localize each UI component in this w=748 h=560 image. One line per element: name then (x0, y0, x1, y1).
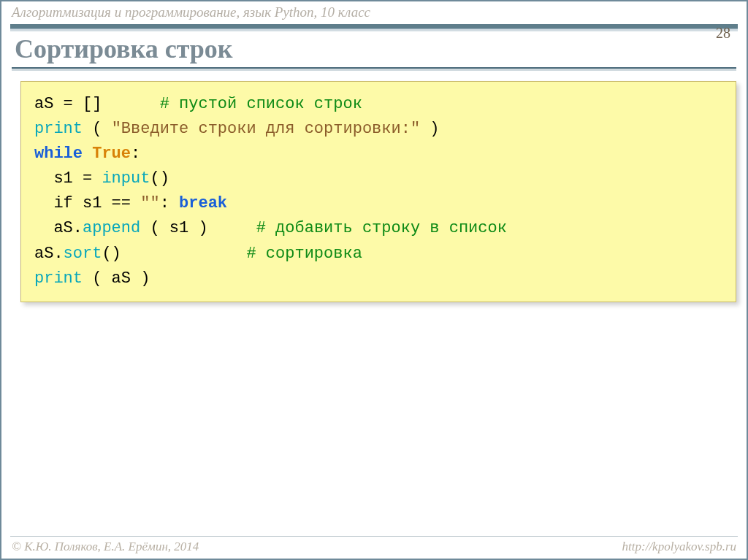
code-keyword: while (34, 145, 83, 163)
code-text: : (160, 194, 179, 212)
code-line: s1 = input() (34, 166, 722, 191)
code-line: print ( aS ) (34, 266, 722, 291)
code-line: while True: (34, 142, 722, 166)
code-line: if s1 == "": break (34, 191, 722, 216)
code-text: ( aS ) (83, 269, 150, 288)
footer: © К.Ю. Поляков, Е.А. Ерёмин, 2014 http:/… (1, 540, 747, 554)
code-line: aS.sort() # сортировка (34, 242, 722, 266)
code-text: aS = [] (34, 95, 102, 113)
code-text: () (102, 245, 121, 263)
code-line: aS = [] # пустой список строк (34, 92, 722, 117)
code-text: ( s1 ) (140, 219, 207, 237)
code-keyword: sort (64, 245, 102, 263)
code-keyword: True (92, 145, 131, 163)
code-text: : (131, 145, 140, 163)
code-text: s1 = (34, 169, 102, 188)
code-keyword: input (102, 169, 150, 188)
code-text: aS. (34, 219, 83, 237)
slide-title: Сортировка строк (1, 29, 747, 66)
code-keyword: append (83, 219, 140, 237)
code-text: aS. (34, 245, 64, 263)
course-header: Алгоритмизация и программирование, язык … (1, 1, 747, 22)
code-string: "" (140, 194, 159, 212)
footer-rule (10, 536, 738, 537)
code-text: ( (83, 120, 112, 138)
footer-url: http://kpolyakov.spb.ru (622, 540, 736, 554)
code-keyword: break (179, 194, 227, 212)
code-keyword: print (34, 269, 83, 288)
header-rule (10, 24, 738, 29)
code-string: "Введите строки для сортировки:" (112, 120, 420, 138)
code-block: aS = [] # пустой список строк print ( "В… (20, 81, 736, 302)
code-text: ) (420, 120, 439, 138)
code-line: aS.append ( s1 ) # добавить строку в спи… (34, 216, 722, 241)
copyright-text: © К.Ю. Поляков, Е.А. Ерёмин, 2014 (12, 540, 199, 554)
code-text: if s1 == (34, 194, 140, 212)
title-underline (12, 67, 736, 71)
slide: Алгоритмизация и программирование, язык … (0, 0, 748, 560)
code-text: () (150, 169, 169, 188)
code-comment: # добавить строку в список (208, 219, 507, 237)
code-text (83, 145, 92, 163)
code-comment: # пустой список строк (102, 95, 362, 113)
code-keyword: print (34, 120, 83, 138)
code-line: print ( "Введите строки для сортировки:"… (34, 117, 722, 142)
page-number: 28 (716, 25, 730, 42)
code-comment: # сортировка (121, 245, 362, 263)
